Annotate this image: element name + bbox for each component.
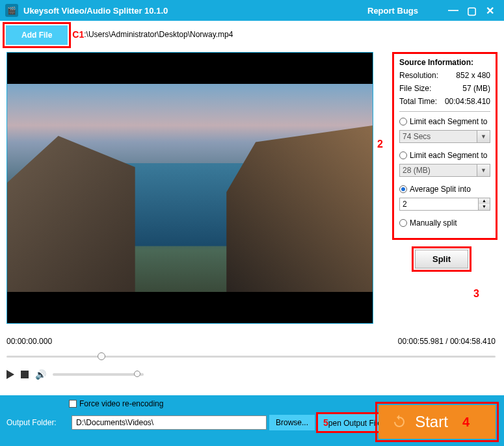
titlebar: 🎬 Ukeysoft Video/Audio Splitter 10.1.0 R… [0,0,504,21]
force-reencode-checkbox[interactable] [69,400,77,408]
radio-limit-mb-label: Limit each Segment to [410,151,487,160]
volume-thumb[interactable] [134,371,140,377]
browse-button[interactable]: Browse... [269,415,315,430]
play-icon[interactable] [7,370,14,379]
bottom-bar: Force video re-encoding Output Folder: B… [0,395,504,446]
stepper-down-icon[interactable]: ▼ [479,204,490,210]
force-reencode-label: Force video re-encoding [79,399,163,408]
stop-icon[interactable] [21,371,29,378]
limit-mb-combo[interactable]: ▼ [399,164,490,177]
video-preview[interactable] [7,52,373,324]
output-folder-label: Output Folder: [7,418,69,427]
radio-manual-split[interactable]: Manually split [399,218,490,228]
minimize-button[interactable]: — [444,5,462,16]
totaltime-value: 00:04:58.410 [445,97,490,106]
radio-limit-secs[interactable]: Limit each Segment to [399,117,490,126]
average-split-input[interactable] [399,198,479,211]
annotation-box-4: Start 4 [375,402,499,442]
annotation-label-1: C1 [72,29,84,40]
maximize-button[interactable]: ▢ [462,5,481,17]
limit-secs-combo[interactable]: ▼ [399,130,490,143]
output-folder-input[interactable] [72,415,267,430]
split-button[interactable]: Split [415,250,468,269]
refresh-icon [391,414,407,430]
report-bugs-link[interactable]: Report Bugs [367,6,418,16]
app-logo-icon: 🎬 [5,4,18,17]
video-column [7,52,382,324]
radio-limit-secs-label: Limit each Segment to [410,117,487,126]
app-title: Ukeysoft Video/Audio Splitter 10.1.0 [23,6,168,16]
stepper-up-icon[interactable]: ▲ [479,198,490,204]
add-file-button[interactable]: Add File [6,25,68,45]
resolution-label: Resolution: [399,71,438,80]
limit-secs-input[interactable] [399,130,477,143]
annotation-label-2: 2 [377,138,383,150]
chevron-down-icon[interactable]: ▼ [477,164,490,177]
radio-limit-mb[interactable]: Limit each Segment to [399,151,490,160]
annotation-label-4: 4 [462,415,470,430]
annotation-label-5: 5 [323,417,328,428]
filesize-label: File Size: [399,84,431,93]
video-frame-image [7,84,373,292]
radio-manual-label: Manually split [410,218,457,228]
time-start: 00:00:00.000 [7,337,52,346]
seek-thumb[interactable] [98,352,105,360]
start-button[interactable]: Start 4 [378,405,496,439]
start-button-label: Start [415,413,448,431]
close-button[interactable]: ✕ [481,5,499,17]
average-split-stepper[interactable]: ▲▼ [399,198,490,211]
limit-mb-input[interactable] [399,164,477,177]
totaltime-label: Total Time: [399,97,437,106]
main-area: Source Information: Resolution:852 x 480… [0,48,504,324]
side-column: Source Information: Resolution:852 x 480… [392,52,497,324]
time-row: 00:00:00.000 00:00:55.981 / 00:04:58.410 [7,337,496,346]
time-display: 00:00:55.981 / 00:04:58.410 [398,337,496,346]
annotation-label-3: 3 [473,288,479,300]
chevron-down-icon[interactable]: ▼ [477,130,490,143]
filesize-value: 57 (MB) [462,84,490,93]
source-info-header: Source Information: [399,58,490,67]
file-path: C1 :\Users\Administrator\Desktop\Norway.… [72,29,233,40]
annotation-box-3: Split [412,246,471,272]
file-path-text: :\Users\Administrator\Desktop\Norway.mp4 [84,30,233,39]
volume-slider[interactable] [53,373,144,376]
resolution-value: 852 x 480 [456,71,490,80]
playback-controls: 🔊 [7,369,373,380]
volume-icon[interactable]: 🔊 [35,369,46,380]
seek-slider[interactable] [7,351,496,361]
radio-average-split[interactable]: Average Split into [399,185,490,194]
radio-average-label: Average Split into [410,185,471,194]
source-info-panel: Source Information: Resolution:852 x 480… [392,52,497,240]
top-row: Add File C1 :\Users\Administrator\Deskto… [0,21,504,48]
annotation-box-1: Add File [3,22,71,48]
